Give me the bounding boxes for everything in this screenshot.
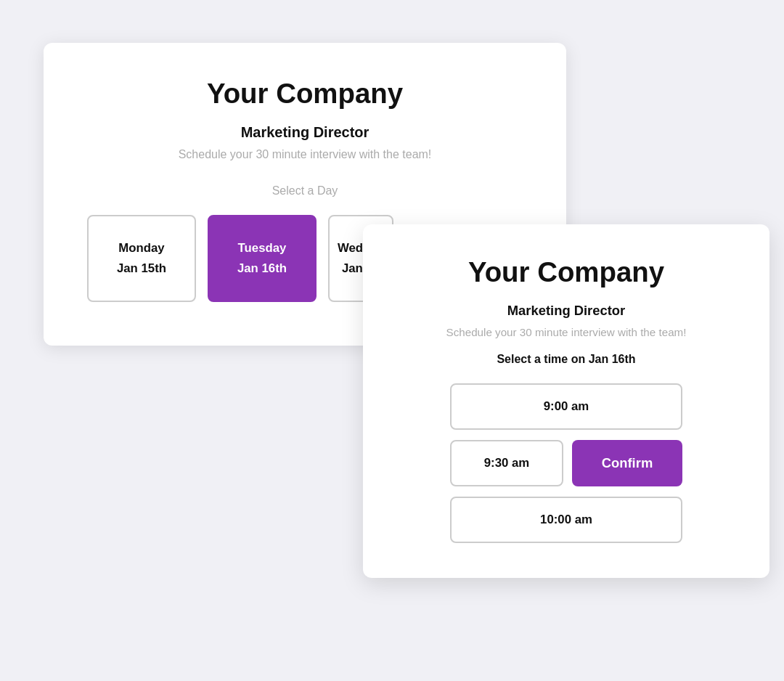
time-900-label: 9:00 am: [544, 399, 589, 414]
time-slots-container: 9:00 am 9:30 am Confirm 10:00 am: [389, 383, 743, 543]
day-monday-date: Jan 15th: [117, 261, 166, 276]
time-slot-1000[interactable]: 10:00 am: [450, 497, 682, 543]
time-1000-label: 10:00 am: [540, 513, 592, 527]
day-tuesday-date: Jan 16th: [237, 261, 287, 276]
time-930-label: 9:30 am: [484, 456, 530, 470]
day-monday[interactable]: Monday Jan 15th: [87, 215, 196, 302]
back-subtitle: Schedule your 30 minute interview with t…: [73, 148, 537, 161]
back-job-title: Marketing Director: [73, 124, 537, 141]
day-tuesday[interactable]: Tuesday Jan 16th: [208, 215, 317, 302]
time-slot-930[interactable]: 9:30 am: [450, 440, 563, 486]
day-tuesday-name: Tuesday: [238, 241, 287, 256]
front-card: Your Company Marketing Director Schedule…: [363, 224, 769, 578]
scene: Your Company Marketing Director Schedule…: [29, 28, 755, 653]
front-job-title: Marketing Director: [389, 303, 743, 319]
front-company-name: Your Company: [389, 256, 743, 288]
confirm-label: Confirm: [602, 455, 653, 471]
time-slot-900[interactable]: 9:00 am: [450, 383, 682, 430]
day-monday-name: Monday: [118, 241, 164, 256]
confirm-button[interactable]: Confirm: [572, 440, 682, 486]
front-subtitle: Schedule your 30 minute interview with t…: [389, 326, 743, 338]
back-company-name: Your Company: [73, 78, 537, 110]
back-select-day-label: Select a Day: [73, 184, 537, 197]
time-slot-930-row: 9:30 am Confirm: [450, 440, 682, 486]
front-select-time-label: Select a time on Jan 16th: [389, 353, 743, 366]
